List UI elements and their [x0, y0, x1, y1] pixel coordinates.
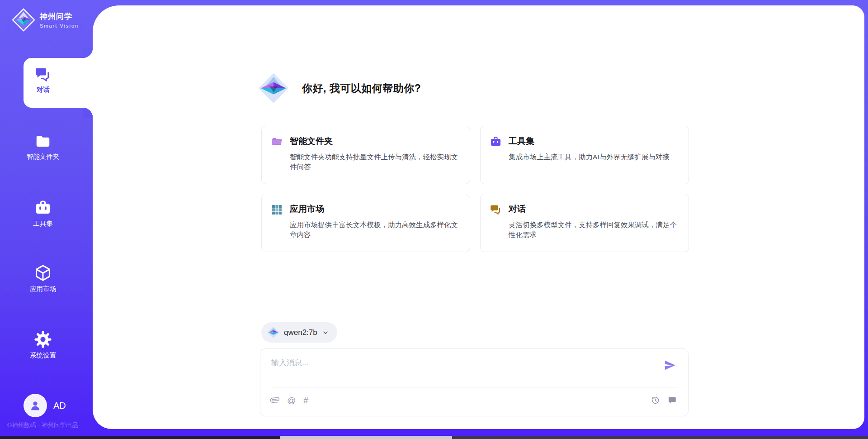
send-icon[interactable] [664, 359, 676, 372]
gear-icon [33, 330, 52, 349]
card-chat[interactable]: 对话 灵活切换多模型文件，支持多样回复效果调试，满足个性化需求 [480, 194, 689, 252]
composer-toolbar: @ # [270, 392, 677, 408]
card-app-market[interactable]: 应用市场 应用市场提供丰富长文本模板，助力高效生成多样化文章内容 [261, 194, 470, 252]
composer-right-icons [651, 395, 677, 405]
strip-segment [0, 436, 280, 439]
model-name: qwen2:7b [284, 328, 317, 337]
chat-bubble-icon[interactable] [667, 395, 677, 405]
model-selector[interactable]: qwen2:7b [261, 322, 337, 343]
strip-segment [452, 436, 868, 439]
brand-logo: 神州问学 Smart Vision [12, 8, 79, 32]
card-title: 工具集 [509, 135, 678, 148]
composer-left-icons: @ # [270, 396, 308, 405]
card-description: 集成市场上主流工具，助力AI与外界无缝扩展与对接 [509, 152, 678, 176]
chat-icon [488, 203, 509, 216]
person-icon [28, 399, 42, 412]
avatar[interactable] [24, 394, 47, 417]
sidebar-item-smart-folder[interactable]: 智能文件夹 [0, 133, 86, 166]
at-mention-icon[interactable]: @ [287, 396, 296, 405]
message-input[interactable] [271, 356, 651, 370]
cube-icon [33, 263, 52, 282]
sidebar-item-settings[interactable]: 系统设置 [0, 330, 86, 363]
card-smart-folder[interactable]: 智能文件夹 智能文件夹功能支持批量文件上传与清洗，轻松实现文件问答 [261, 126, 470, 184]
card-title: 智能文件夹 [290, 135, 459, 148]
user-profile[interactable]: AD [24, 394, 66, 417]
composer-divider [270, 387, 678, 387]
message-composer: @ # [260, 348, 689, 416]
folder-icon [34, 133, 52, 150]
brand-subtitle: Smart Vision [40, 23, 79, 29]
brand-text: 神州问学 Smart Vision [40, 11, 79, 29]
sidebar-item-toolset[interactable]: 工具集 [0, 199, 86, 232]
greeting-block: 你好, 我可以如何帮助你? [258, 72, 421, 104]
card-toolset[interactable]: 工具集 集成市场上主流工具，助力AI与外界无缝扩展与对接 [480, 126, 689, 184]
model-diamond-icon [267, 326, 279, 339]
chevron-down-icon [322, 329, 329, 336]
folder-icon [269, 135, 290, 148]
sidebar-item-app-market[interactable]: 应用市场 [0, 263, 86, 296]
card-title: 应用市场 [290, 203, 459, 216]
strip-segment [280, 436, 452, 439]
sidebar-item-chat[interactable]: 对话 [0, 66, 86, 99]
greeting-title: 你好, 我可以如何帮助你? [302, 81, 421, 95]
chat-icon [34, 66, 52, 83]
briefcase-icon [34, 199, 52, 217]
sidebar-item-label: 应用市场 [30, 285, 56, 293]
sidebar-item-label: 对话 [37, 86, 50, 94]
sidebar-item-label: 系统设置 [30, 351, 56, 360]
paperclip-icon[interactable] [270, 396, 279, 405]
window-bottom-strip [0, 436, 868, 439]
history-icon[interactable] [651, 396, 660, 405]
briefcase-icon [488, 135, 509, 148]
sidebar: 神州问学 Smart Vision 对话 智能文件夹 [0, 0, 93, 439]
grid-icon [269, 203, 290, 216]
user-initials: AD [53, 401, 66, 411]
app-window: 神州问学 Smart Vision 对话 智能文件夹 [0, 0, 868, 439]
sidebar-item-label: 智能文件夹 [27, 153, 60, 161]
hash-topic-icon[interactable]: # [303, 396, 308, 405]
active-tab-fillet-bottom [83, 108, 93, 118]
brand-diamond-icon [12, 8, 35, 32]
card-description: 灵活切换多模型文件，支持多样回复效果调试，满足个性化需求 [509, 220, 678, 243]
sidebar-item-label: 工具集 [33, 220, 53, 228]
card-description: 智能文件夹功能支持批量文件上传与清洗，轻松实现文件问答 [290, 152, 459, 176]
assistant-diamond-icon [258, 72, 289, 104]
card-description: 应用市场提供丰富长文本模板，助力高效生成多样化文章内容 [290, 220, 459, 243]
active-tab-fillet-top [83, 48, 93, 58]
copyright-footer: ©神州数码 · 神州问学出品 [7, 421, 78, 429]
brand-name: 神州问学 [40, 11, 79, 22]
card-title: 对话 [509, 203, 678, 216]
